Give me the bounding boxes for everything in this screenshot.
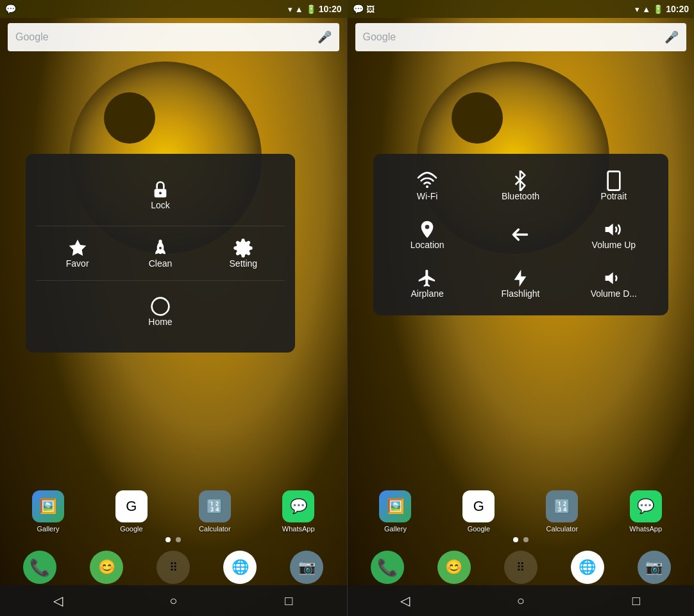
home-nav-right[interactable]: ○ — [508, 588, 534, 613]
whatsapp-icon-left: 💬 — [282, 490, 314, 522]
launcher-dock-icon-right[interactable]: ⠿ — [504, 551, 537, 584]
location-label: Location — [410, 240, 444, 250]
portrait-button[interactable]: Potrait — [567, 162, 660, 210]
svg-marker-12 — [514, 270, 527, 287]
app-row-right: 🖼️ Gallery G Google 🔢 Calculator 💬 Whats… — [348, 490, 695, 533]
app-row-left: 🖼️ Gallery G Google 🔢 Calculator 💬 Whats… — [0, 490, 347, 533]
whatsapp-status-icon-right: 💬 — [353, 4, 364, 14]
status-right-left-icons: 💬 🖼 — [353, 4, 375, 14]
mic-icon-left[interactable]: 🎤 — [317, 30, 332, 44]
volume-down-button[interactable]: Volume D... — [567, 259, 660, 308]
lock-icon — [150, 179, 171, 200]
clean-label: Clean — [149, 258, 173, 269]
rocket-icon — [150, 238, 171, 258]
search-bar-left[interactable]: Google 🎤 — [8, 23, 339, 51]
app-item-whatsapp-left[interactable]: 💬 WhatsApp — [282, 490, 315, 533]
favor-button[interactable]: Favor — [36, 229, 119, 278]
flashlight-icon — [510, 268, 530, 288]
signal-icon-right: ▲ — [642, 4, 650, 14]
bottom-dock-left: 📞 😊 ⠿ 🌐 📷 — [0, 551, 347, 584]
search-placeholder-left: Google — [15, 31, 317, 43]
back-arrow-button[interactable] — [474, 210, 567, 259]
wifi-icon-right: ▾ — [635, 4, 639, 14]
calculator-icon-left: 🔢 — [199, 490, 231, 522]
home-button[interactable]: Home — [143, 287, 177, 336]
search-placeholder-right: Google — [363, 31, 665, 43]
phone-dock-icon-left[interactable]: 📞 — [23, 551, 56, 584]
gallery-label-left: Gallery — [37, 525, 60, 533]
gallery-icon-left: 🖼️ — [32, 490, 64, 522]
separator-1 — [36, 226, 285, 226]
status-left-icons: 💬 — [5, 4, 16, 14]
bluetooth-button[interactable]: Bluetooth — [474, 162, 567, 210]
mic-icon-right[interactable]: 🎤 — [664, 30, 679, 44]
home-label: Home — [148, 317, 172, 327]
left-phone: 💬 ▾ ▲ 🔋 10:20 Google 🎤 Lock Favor — [0, 0, 347, 616]
app-item-whatsapp-right[interactable]: 💬 WhatsApp — [629, 490, 662, 533]
phone-dock-icon-right[interactable]: 📞 — [371, 551, 404, 584]
home-circle-icon — [150, 296, 171, 317]
airplane-label: Airplane — [410, 288, 443, 299]
whatsapp-icon-right: 💬 — [630, 490, 662, 522]
setting-button[interactable]: Setting — [202, 229, 285, 278]
app-item-calculator-right[interactable]: 🔢 Calculator — [546, 490, 578, 533]
messenger-dock-icon-right[interactable]: 😊 — [437, 551, 471, 584]
app-item-gallery-left[interactable]: 🖼️ Gallery — [32, 490, 64, 533]
clean-button[interactable]: Clean — [119, 229, 201, 278]
chrome-dock-icon-left[interactable]: 🌐 — [223, 551, 257, 584]
volume-up-button[interactable]: Volume Up — [567, 210, 660, 259]
launcher-dock-icon-left[interactable]: ⠿ — [157, 551, 190, 584]
search-bar-right[interactable]: Google 🎤 — [355, 23, 687, 51]
volume-up-label: Volume Up — [592, 240, 636, 250]
recents-nav-left[interactable]: □ — [276, 588, 301, 613]
whatsapp-status-icon: 💬 — [5, 4, 16, 14]
app-item-google-left[interactable]: G Google — [115, 490, 148, 533]
app-item-calculator-left[interactable]: 🔢 Calculator — [199, 490, 231, 533]
chrome-dock-icon-right[interactable]: 🌐 — [571, 551, 604, 584]
bluetooth-icon — [510, 171, 530, 191]
status-bar-right: 💬 🖼 ▾ ▲ 🔋 10:20 — [348, 0, 695, 18]
calculator-label-right: Calculator — [546, 525, 579, 533]
wifi-label: Wi-Fi — [417, 191, 438, 201]
status-right-icons: ▾ ▲ 🔋 10:20 — [288, 4, 342, 14]
home-row: Home — [36, 283, 285, 342]
svg-point-8 — [426, 185, 428, 188]
wifi-button[interactable]: Wi-Fi — [381, 162, 474, 210]
whatsapp-label-left: WhatsApp — [282, 525, 315, 533]
app-item-google-right[interactable]: G Google — [462, 490, 495, 533]
svg-point-1 — [159, 192, 162, 194]
svg-marker-2 — [69, 240, 86, 256]
quick-menu-right: Wi-Fi Bluetooth Potrait Loca — [373, 154, 668, 315]
battery-charging-icon: 🔋 — [306, 4, 316, 14]
app-item-gallery-right[interactable]: 🖼️ Gallery — [379, 490, 411, 533]
time-display: 10:20 — [319, 4, 342, 14]
portrait-label: Potrait — [601, 191, 627, 201]
lock-button[interactable]: Lock — [145, 171, 176, 219]
google-label-left: Google — [120, 525, 142, 533]
svg-marker-13 — [605, 272, 613, 285]
camera-dock-icon-right[interactable]: 📷 — [638, 551, 671, 584]
airplane-button[interactable]: Airplane — [381, 259, 474, 308]
setting-label: Setting — [230, 258, 258, 269]
camera-dock-icon-left[interactable]: 📷 — [290, 551, 323, 584]
messenger-dock-icon-left[interactable]: 😊 — [90, 551, 123, 584]
gallery-label-right: Gallery — [384, 525, 407, 533]
svg-point-7 — [152, 298, 169, 315]
volume-up-icon — [604, 219, 624, 240]
status-right-right-icons: ▾ ▲ 🔋 10:20 — [635, 4, 689, 14]
google-icon-left: G — [115, 490, 148, 522]
back-nav-right[interactable]: ◁ — [393, 588, 418, 613]
wifi-icon — [417, 171, 437, 191]
location-icon — [417, 219, 437, 240]
portrait-icon — [604, 171, 624, 191]
svg-rect-9 — [607, 171, 620, 190]
recents-nav-right[interactable]: □ — [623, 588, 649, 613]
home-nav-left[interactable]: ○ — [160, 588, 186, 613]
flashlight-button[interactable]: Flashlight — [474, 259, 567, 308]
lock-label: Lock — [151, 200, 170, 210]
location-button[interactable]: Location — [381, 210, 474, 259]
middle-row: Favor Clean Setting — [36, 229, 285, 278]
separator-2 — [36, 280, 285, 281]
back-nav-left[interactable]: ◁ — [45, 588, 71, 613]
page-dots-left — [0, 537, 347, 542]
